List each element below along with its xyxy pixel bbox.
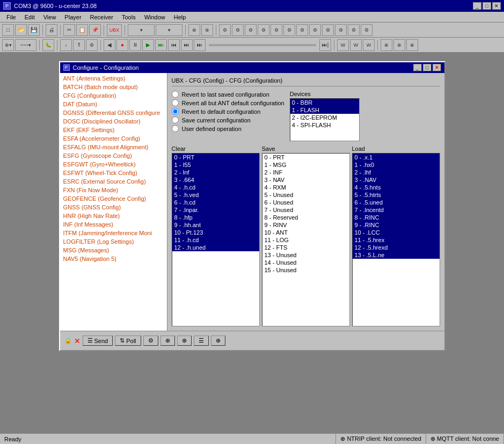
- menu-view[interactable]: View: [39, 13, 61, 21]
- tool10-btn[interactable]: ⚙: [335, 24, 347, 36]
- load-list-item[interactable]: 4 - .5.hnts: [353, 184, 440, 191]
- left-panel-item[interactable]: ESRC (External Source Config): [61, 177, 166, 186]
- nav-btn2[interactable]: ~~~▾: [15, 39, 36, 51]
- load-list-item[interactable]: 7 - .lncentd: [353, 206, 440, 214]
- tool6-btn[interactable]: ⚙: [283, 24, 295, 36]
- left-panel-item[interactable]: FXN (Fix Now Mode): [61, 186, 166, 194]
- left-panel-item[interactable]: HNR (High Nav Rate): [61, 212, 166, 220]
- clear-list-item[interactable]: 0 - PRT: [172, 154, 259, 161]
- left-panel-item[interactable]: ESFALG (IMU-mount Alignment): [61, 143, 166, 151]
- load-list-item[interactable]: 0 - .x.1: [353, 154, 440, 161]
- left-panel-item[interactable]: INF (Inf Messages): [61, 220, 166, 229]
- port-btn[interactable]: ▾: [128, 24, 155, 36]
- footer-btn5[interactable]: ⊗: [177, 336, 192, 346]
- radio-revert-saved[interactable]: [172, 91, 179, 98]
- clear-list-item[interactable]: 4 - .h.cd: [172, 184, 259, 191]
- fwd-btn[interactable]: ⏭: [155, 39, 167, 51]
- load-list-item[interactable]: 10 - .LCC: [353, 229, 440, 236]
- save-list-item[interactable]: 15 - Unused: [262, 266, 349, 274]
- save-list-item[interactable]: 2 - INF: [262, 169, 349, 176]
- save-list-item[interactable]: 1 - MSG: [262, 161, 349, 169]
- menu-player[interactable]: Player: [60, 13, 85, 21]
- tool4-btn[interactable]: ⚙: [258, 24, 269, 36]
- load-list-item[interactable]: 2 - .lhf: [353, 169, 440, 176]
- clear-list-item[interactable]: 12 - .h.uned: [172, 244, 259, 251]
- nav-btn1[interactable]: ⊕▾: [2, 39, 14, 51]
- left-panel-item[interactable]: DOSC (Disciplined Oscillator): [61, 117, 166, 126]
- arr-left[interactable]: ◀: [104, 39, 115, 51]
- extra2-btn[interactable]: ⊕: [393, 39, 405, 51]
- rec-btn[interactable]: ●: [116, 39, 128, 51]
- save-list-item[interactable]: 3 - NAV: [262, 176, 349, 184]
- save-list-item[interactable]: 14 - Unused: [262, 259, 349, 266]
- dialog-close[interactable]: ✕: [433, 64, 441, 71]
- left-panel-item[interactable]: MSG (Messages): [61, 246, 166, 254]
- left-panel-item[interactable]: ESFA (Accelerometer Config): [61, 134, 166, 143]
- menu-file[interactable]: File: [2, 13, 20, 21]
- footer-btn3[interactable]: ⚙: [143, 336, 158, 346]
- radio-revert-ant[interactable]: [172, 99, 179, 106]
- clear-list-item[interactable]: 11 - .h.cd: [172, 236, 259, 244]
- left-panel-item[interactable]: ESFG (Gyroscope Config): [61, 151, 166, 160]
- left-panel-item[interactable]: ITFM (Jamming/Interference Moni: [61, 229, 166, 237]
- disconnect-btn[interactable]: ⊗: [201, 24, 213, 36]
- radio-user-defined[interactable]: [172, 125, 179, 132]
- cut-button[interactable]: ✂: [63, 24, 75, 36]
- left-panel-item[interactable]: BATCH (Batch mode output): [61, 83, 166, 91]
- menu-tools[interactable]: Tools: [118, 13, 140, 21]
- clear-list-item[interactable]: 7 - .lnpar.: [172, 206, 259, 214]
- dialog-maximize[interactable]: □: [423, 64, 432, 71]
- load-list-item[interactable]: 6 - .5.uned: [353, 199, 440, 206]
- baud-btn[interactable]: ▾: [156, 24, 182, 36]
- footer-btn7[interactable]: ⊕: [211, 336, 225, 346]
- device-item[interactable]: 0 - BBR: [290, 99, 359, 106]
- arrow-btn1[interactable]: ↓: [60, 39, 72, 51]
- device-item[interactable]: 4 - SPI-FLASH: [290, 121, 359, 129]
- save-list-item[interactable]: 9 - RINV: [262, 221, 349, 229]
- save-list-item[interactable]: 11 - LOG: [262, 236, 349, 244]
- load-list-item[interactable]: 13 - .5.L.ne: [353, 251, 440, 259]
- load-list-item[interactable]: 8 - .RINC: [353, 214, 440, 221]
- radio-revert-saved-label[interactable]: Revert to last saved configuration: [182, 91, 269, 98]
- tool9-btn[interactable]: ⚙: [322, 24, 334, 36]
- clear-list-item[interactable]: 2 - Inf: [172, 169, 259, 176]
- save-list-item[interactable]: 6 - Unused: [262, 199, 349, 206]
- new-button[interactable]: □: [2, 24, 14, 36]
- save-list-item[interactable]: 13 - Unused: [262, 251, 349, 259]
- end-btn[interactable]: ⏭|: [319, 39, 331, 51]
- footer-btn4[interactable]: ⊕: [160, 336, 175, 346]
- load-list-item[interactable]: 5 - .5.htrts: [353, 191, 440, 199]
- clear-list-item[interactable]: 3 - .664: [172, 176, 259, 184]
- tool1-btn[interactable]: ⚙: [219, 24, 231, 36]
- menu-help[interactable]: Help: [170, 13, 191, 21]
- load-list-item[interactable]: 9 - .RINC: [353, 221, 440, 229]
- ubx-btn[interactable]: UBX: [107, 24, 122, 36]
- radio-revert-default[interactable]: [172, 108, 179, 115]
- connect-btn[interactable]: ⊕: [188, 24, 200, 36]
- minimize-button[interactable]: _: [473, 2, 481, 10]
- device-item[interactable]: 1 - FLASH: [290, 106, 359, 114]
- left-panel-item[interactable]: NAV5 (Navigation 5): [61, 254, 166, 263]
- step-back-btn[interactable]: ⏮: [168, 39, 180, 51]
- poll-button[interactable]: ⇅ Poll: [115, 336, 141, 346]
- clear-list-item[interactable]: 5 - .h.ved: [172, 191, 259, 199]
- play-btn[interactable]: ▶: [142, 39, 154, 51]
- load-list-item[interactable]: 3 - .NAV: [353, 176, 440, 184]
- left-panel-item[interactable]: GNSS (GNSS Config): [61, 203, 166, 212]
- extra3-btn[interactable]: ⊕: [406, 39, 418, 51]
- device-item[interactable]: 2 - I2C-EEPROM: [290, 114, 359, 121]
- close-button[interactable]: ✕: [492, 2, 501, 10]
- tool5-btn[interactable]: ⚙: [271, 24, 282, 36]
- speed3-btn[interactable]: W: [363, 39, 375, 51]
- save-list-item[interactable]: 0 - PRT: [262, 154, 349, 161]
- save-list-item[interactable]: 7 - Unused: [262, 206, 349, 214]
- maximize-button[interactable]: □: [483, 2, 491, 10]
- load-list-item[interactable]: 12 - .5.hrexd: [353, 244, 440, 251]
- clear-list-item[interactable]: 8 - .hfp: [172, 214, 259, 221]
- tool11-btn[interactable]: ⚙: [348, 24, 360, 36]
- dialog-minimize[interactable]: _: [413, 64, 422, 71]
- pause-btn[interactable]: ⏸: [129, 39, 141, 51]
- skip-btn[interactable]: ⏭: [194, 39, 206, 51]
- menu-edit[interactable]: Edit: [20, 13, 39, 21]
- menu-window[interactable]: Window: [140, 13, 170, 21]
